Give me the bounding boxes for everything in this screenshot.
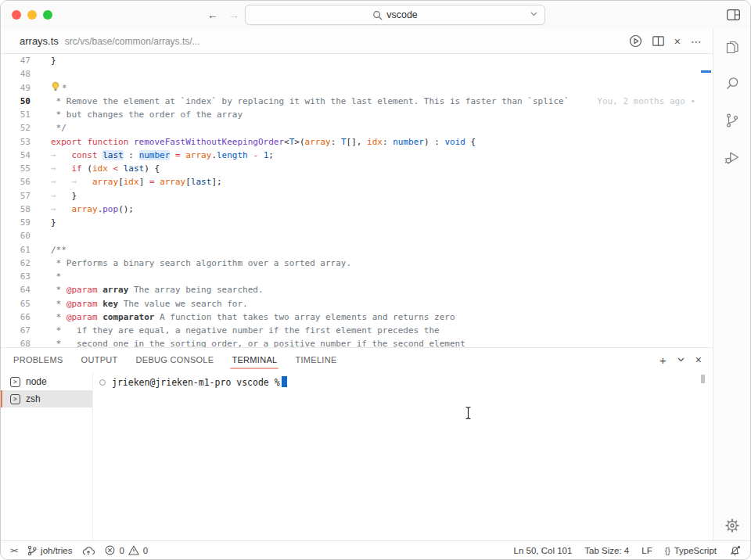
search-view-icon[interactable]: [724, 75, 741, 92]
line-number: 61: [1, 243, 31, 257]
git-branch-item[interactable]: joh/tries: [27, 545, 72, 556]
chevron-down-icon[interactable]: [530, 12, 537, 16]
code-line-65[interactable]: 65 * @param key The value we search for.: [1, 297, 713, 311]
panel-tab-problems[interactable]: PROBLEMS: [13, 348, 63, 372]
line-number: 63: [1, 270, 31, 283]
error-count: 0: [119, 546, 124, 555]
terminal[interactable]: jrieken@jrieken-m1-pro vscode %: [93, 372, 713, 540]
code-line-53[interactable]: 53export function removeFastWithoutKeepi…: [1, 135, 713, 149]
indentation-item[interactable]: Tab Size: 4: [584, 546, 629, 555]
code-line-47[interactable]: 47}: [1, 54, 713, 67]
titlebar: ← → vscode: [1, 1, 750, 29]
code-text: * @param comparator A function that take…: [51, 311, 455, 324]
publish-changes-item[interactable]: [82, 546, 95, 555]
git-branch-label: joh/tries: [41, 546, 72, 555]
code-line-62[interactable]: 62 * Performs a binary search algorithm …: [1, 257, 713, 270]
terminal-tabs-list: >node>zsh: [1, 372, 93, 540]
settings-gear-icon[interactable]: [724, 517, 741, 534]
code-line-50[interactable]: 50 * Remove the element at `index` by re…: [1, 95, 713, 108]
remote-indicator[interactable]: ><: [10, 546, 17, 555]
source-control-icon[interactable]: [724, 112, 741, 129]
code-line-68[interactable]: 68 * second one in the sorting order, or…: [1, 337, 713, 347]
code-text: *: [51, 81, 67, 95]
terminal-icon: >: [10, 377, 20, 387]
line-number: 49: [1, 81, 31, 95]
problems-item[interactable]: 0 0: [105, 545, 148, 555]
panel-tab-timeline[interactable]: TIMELINE: [295, 348, 336, 372]
code-line-60[interactable]: 60: [1, 229, 713, 242]
terminal-list-item-node[interactable]: >node: [1, 373, 92, 390]
code-text: * but changes the order of the array: [51, 108, 243, 121]
git-branch-icon: [27, 545, 37, 556]
command-center[interactable]: vscode: [245, 5, 545, 25]
warning-count: 0: [143, 546, 148, 555]
minimize-window-button[interactable]: [27, 10, 37, 20]
breadcrumb[interactable]: src/vs/base/common/arrays.ts/...: [65, 36, 200, 47]
editor-actions: × ⋯: [629, 34, 702, 48]
close-window-button[interactable]: [12, 10, 21, 20]
close-panel-icon[interactable]: ×: [695, 354, 702, 365]
editor-tabbar: arrays.ts src/vs/base/common/arrays.ts/.…: [1, 29, 713, 54]
code-line-55[interactable]: 55→ if (idx < last) {: [1, 162, 713, 175]
code-editor[interactable]: 47}4849*50 * Remove the element at `inde…: [1, 54, 713, 347]
code-line-67[interactable]: 67 * if they are equal, a negative numbe…: [1, 324, 713, 337]
code-line-54[interactable]: 54→ const last : number = array.length -…: [1, 149, 713, 162]
code-line-56[interactable]: 56→ → array[idx] = array[last];: [1, 175, 713, 188]
line-number: 55: [1, 162, 31, 175]
line-number: 66: [1, 311, 31, 324]
code-text: * @param key The value we search for.: [51, 297, 248, 311]
explorer-icon[interactable]: [724, 38, 741, 56]
line-number: 54: [1, 149, 31, 162]
code-line-49[interactable]: 49*: [1, 81, 713, 95]
notifications-item[interactable]: [729, 545, 741, 556]
line-number: 52: [1, 121, 31, 135]
run-debug-icon[interactable]: [724, 149, 741, 166]
code-line-66[interactable]: 66 * @param comparator A function that t…: [1, 311, 713, 324]
terminal-prompt-row: jrieken@jrieken-m1-pro vscode %: [99, 376, 713, 388]
overview-ruler-cursor-mark: [701, 70, 711, 73]
language-mode-item[interactable]: {} TypeScript: [665, 546, 717, 555]
command-decoration-icon[interactable]: [99, 379, 106, 386]
braces-icon: {}: [665, 546, 670, 555]
code-text: }: [51, 54, 56, 67]
panel-tab-terminal[interactable]: TERMINAL: [232, 348, 277, 372]
run-icon[interactable]: [629, 34, 642, 48]
line-number: 60: [1, 229, 31, 242]
cloud-upload-icon: [82, 546, 95, 555]
line-number: 68: [1, 337, 31, 347]
close-editor-icon[interactable]: ×: [674, 36, 681, 47]
eol-item[interactable]: LF: [641, 546, 652, 555]
layout-icon[interactable]: [727, 9, 740, 20]
terminal-scrollbar[interactable]: [701, 375, 705, 383]
panel-tab-debug-console[interactable]: DEBUG CONSOLE: [136, 348, 214, 372]
active-file-name[interactable]: arrays.ts: [20, 35, 59, 47]
activity-bar: [713, 29, 750, 540]
code-line-59[interactable]: 59}: [1, 216, 713, 229]
more-actions-icon[interactable]: ⋯: [691, 36, 702, 47]
code-line-64[interactable]: 64 * @param array The array being search…: [1, 283, 713, 296]
panel-tab-output[interactable]: OUTPUT: [81, 348, 118, 372]
line-number: 53: [1, 135, 31, 149]
new-terminal-icon[interactable]: +: [659, 354, 667, 366]
cursor-position-item[interactable]: Ln 50, Col 101: [514, 546, 573, 555]
terminal-dropdown-chevron-icon[interactable]: [677, 357, 685, 362]
zoom-window-button[interactable]: [43, 10, 52, 20]
code-text: * if they are equal, a negative number i…: [51, 324, 440, 337]
terminal-list-item-zsh[interactable]: >zsh: [1, 390, 92, 407]
code-line-63[interactable]: 63 *: [1, 270, 713, 283]
code-line-57[interactable]: 57→ }: [1, 189, 713, 203]
terminal-icon: >: [10, 394, 20, 404]
code-line-48[interactable]: 48: [1, 67, 713, 81]
panel-header: PROBLEMSOUTPUTDEBUG CONSOLETERMINALTIMEL…: [1, 348, 713, 372]
code-line-51[interactable]: 51 * but changes the order of the array: [1, 108, 713, 121]
code-line-58[interactable]: 58→ array.pop();: [1, 203, 713, 216]
line-number: 47: [1, 54, 31, 67]
code-line-52[interactable]: 52 */: [1, 121, 713, 135]
vscode-window: ← → vscode arrays.ts src/vs/base/common/…: [0, 0, 751, 560]
back-icon[interactable]: ←: [207, 9, 218, 21]
terminal-prompt-text: jrieken@jrieken-m1-pro vscode %: [112, 377, 280, 388]
lightbulb-icon[interactable]: [51, 81, 60, 92]
history-nav: ← →: [207, 9, 239, 21]
split-editor-icon[interactable]: [652, 36, 664, 46]
code-line-61[interactable]: 61/**: [1, 243, 713, 257]
